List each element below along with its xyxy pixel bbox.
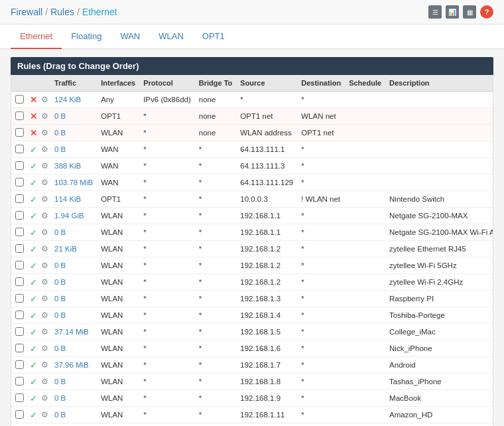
status-disabled-icon[interactable]: ✕ — [30, 95, 37, 105]
row-checkbox[interactable] — [11, 324, 28, 340]
row-checkbox[interactable] — [11, 257, 28, 274]
gear-icon[interactable]: ⚙ — [41, 377, 48, 386]
row-checkbox[interactable] — [11, 291, 28, 307]
traffic-link[interactable]: 1.94 GiB — [54, 212, 84, 220]
gear-icon[interactable]: ⚙ — [41, 178, 48, 187]
status-enabled-icon[interactable]: ✓ — [30, 344, 37, 354]
gear-icon[interactable]: ⚙ — [41, 311, 48, 320]
gear-icon[interactable]: ⚙ — [41, 393, 48, 403]
traffic-link[interactable]: 0 B — [54, 261, 66, 269]
gear-icon[interactable]: ⚙ — [41, 145, 48, 154]
row-checkbox[interactable] — [11, 407, 28, 423]
status-enabled-icon[interactable]: ✓ — [30, 327, 37, 337]
status-enabled-icon[interactable]: ✓ — [30, 377, 37, 387]
tab-ethernet[interactable]: Ethernet — [11, 25, 62, 49]
source-cell: 192.168.1.11 — [236, 407, 297, 423]
traffic-link[interactable]: 114 KiB — [54, 195, 81, 203]
status-enabled-icon[interactable]: ✓ — [30, 393, 37, 403]
status-disabled-icon[interactable]: ✕ — [30, 111, 37, 121]
help-icon[interactable]: ? — [480, 5, 493, 19]
gear-icon[interactable]: ⚙ — [41, 111, 48, 121]
protocol-cell: * — [139, 158, 195, 175]
gear-icon[interactable]: ⚙ — [41, 360, 48, 370]
gear-icon[interactable]: ⚙ — [41, 344, 48, 353]
row-checkbox[interactable] — [11, 390, 28, 407]
gear-icon[interactable]: ⚙ — [41, 261, 48, 270]
traffic-link[interactable]: 0 B — [54, 228, 66, 236]
status-enabled-icon[interactable]: ✓ — [30, 277, 37, 287]
schedule-cell — [345, 357, 385, 374]
status-enabled-icon[interactable]: ✓ — [30, 145, 37, 155]
traffic-link[interactable]: 0 B — [54, 295, 66, 303]
row-checkbox[interactable] — [11, 175, 28, 191]
status-enabled-icon[interactable]: ✓ — [30, 178, 37, 188]
row-checkbox[interactable] — [11, 158, 28, 175]
traffic-link[interactable]: 0 B — [54, 344, 66, 352]
gear-icon[interactable]: ⚙ — [41, 244, 48, 253]
status-enabled-icon[interactable]: ✓ — [30, 211, 37, 221]
rules-header: Rules (Drag to Change Order) — [11, 57, 493, 75]
traffic-link[interactable]: 0 B — [54, 278, 66, 286]
row-checkbox[interactable] — [11, 423, 28, 427]
row-checkbox[interactable] — [11, 274, 28, 291]
breadcrumb-rules[interactable]: Rules — [50, 7, 74, 17]
gear-icon[interactable]: ⚙ — [41, 294, 48, 303]
gear-icon[interactable]: ⚙ — [41, 161, 48, 171]
traffic-link[interactable]: 37.96 MiB — [54, 361, 89, 369]
gear-icon[interactable]: ⚙ — [41, 327, 48, 336]
gear-icon[interactable]: ⚙ — [41, 410, 48, 419]
chart-icon[interactable]: 📊 — [446, 5, 459, 19]
traffic-link[interactable]: 0 B — [54, 112, 66, 120]
status-enabled-icon[interactable]: ✓ — [30, 294, 37, 304]
row-checkbox[interactable] — [11, 374, 28, 390]
traffic-link[interactable]: 21 KiB — [54, 245, 77, 253]
traffic-link[interactable]: 0 B — [54, 394, 66, 402]
status-disabled-icon[interactable]: ✕ — [30, 128, 37, 138]
status-enabled-icon[interactable]: ✓ — [30, 244, 37, 254]
gear-icon[interactable]: ⚙ — [41, 228, 48, 237]
traffic-link[interactable]: 0 B — [54, 129, 66, 137]
row-checkbox[interactable] — [11, 241, 28, 257]
status-enabled-icon[interactable]: ✓ — [30, 261, 37, 271]
row-checkbox[interactable] — [11, 92, 28, 108]
gear-icon[interactable]: ⚙ — [41, 211, 48, 220]
status-enabled-icon[interactable]: ✓ — [30, 194, 37, 204]
bridge-to-cell: * — [195, 357, 237, 374]
tab-floating[interactable]: Floating — [62, 25, 111, 49]
gear-icon[interactable]: ⚙ — [41, 277, 48, 287]
traffic-link[interactable]: 0 B — [54, 411, 66, 419]
row-checkbox[interactable] — [11, 125, 28, 141]
row-checkbox[interactable] — [11, 307, 28, 324]
gear-icon[interactable]: ⚙ — [41, 95, 48, 104]
row-checkbox[interactable] — [11, 108, 28, 125]
traffic-link[interactable]: 37.14 MiB — [54, 328, 89, 336]
tab-wan[interactable]: WAN — [111, 25, 149, 49]
status-enabled-icon[interactable]: ✓ — [30, 360, 37, 370]
breadcrumb-firewall[interactable]: Firewall — [11, 7, 42, 17]
list-icon[interactable]: ☰ — [428, 5, 442, 19]
traffic-link[interactable]: 0 B — [54, 311, 66, 319]
status-enabled-icon[interactable]: ✓ — [30, 311, 37, 320]
row-checkbox[interactable] — [11, 224, 28, 241]
traffic-link[interactable]: 0 B — [54, 145, 66, 153]
protocol-cell: * — [139, 374, 195, 390]
tab-wlan[interactable]: WLAN — [149, 25, 193, 49]
traffic-link[interactable]: 388 KiB — [54, 162, 81, 170]
status-enabled-icon[interactable]: ✓ — [30, 228, 37, 238]
row-checkbox[interactable] — [11, 357, 28, 374]
traffic-link[interactable]: 103.78 MiB — [54, 178, 93, 186]
traffic-link[interactable]: 0 B — [54, 378, 66, 386]
tab-opt1[interactable]: OPT1 — [193, 25, 234, 49]
description-cell — [385, 141, 493, 158]
gear-icon[interactable]: ⚙ — [41, 128, 48, 137]
row-checkbox[interactable] — [11, 208, 28, 224]
row-checkbox[interactable] — [11, 141, 28, 158]
status-enabled-icon[interactable]: ✓ — [30, 410, 37, 420]
status-enabled-icon[interactable]: ✓ — [30, 161, 37, 171]
bridge-to-cell: * — [195, 324, 237, 340]
table-icon[interactable]: ▦ — [463, 5, 476, 19]
gear-icon[interactable]: ⚙ — [41, 194, 48, 204]
row-checkbox[interactable] — [11, 340, 28, 357]
traffic-link[interactable]: 124 KiB — [54, 96, 81, 104]
row-checkbox[interactable] — [11, 191, 28, 208]
